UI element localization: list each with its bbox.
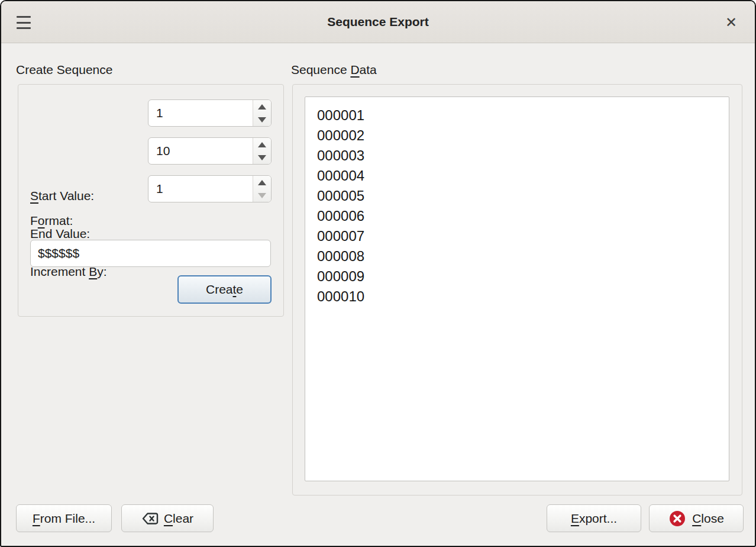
increment-by-input[interactable]: [148, 176, 253, 202]
arrow-up-icon: [258, 142, 266, 147]
label-text: rom File...: [40, 511, 95, 525]
spin-down-button[interactable]: [253, 151, 271, 164]
window-title: Sequence Export: [1, 15, 755, 29]
label-mnemonic: C: [692, 511, 701, 525]
label-mnemonic: E: [571, 511, 579, 525]
spin-up-button[interactable]: [253, 100, 271, 113]
label-mnemonic: V: [56, 227, 63, 240]
backspace-clear-icon: [141, 511, 159, 526]
label-mnemonic: C: [164, 511, 173, 525]
label-text: alue:: [63, 227, 91, 240]
arrow-up-icon: [258, 104, 266, 110]
export-button[interactable]: Export...: [547, 504, 641, 532]
label-text: ata: [360, 63, 377, 76]
start-value-input[interactable]: [148, 100, 253, 126]
format-label: Format:: [30, 214, 73, 228]
sequence-item: 000009: [317, 266, 729, 287]
sequence-data-frame: 000001 000002 000003 000004 000005 00000…: [292, 84, 742, 495]
increment-by-spinbox: [148, 175, 272, 202]
end-value-spinbox: [148, 137, 272, 165]
close-window-icon[interactable]: ✕: [722, 14, 741, 31]
label-text: lose: [701, 511, 724, 525]
end-value-label: End Value:: [30, 227, 90, 241]
format-input[interactable]: [31, 240, 270, 266]
label-text: F: [30, 214, 38, 227]
arrow-up-icon: [258, 180, 266, 185]
from-file-button[interactable]: From File...: [16, 504, 112, 532]
label-mnemonic: D: [350, 63, 359, 76]
button-label: From File...: [33, 511, 95, 526]
clear-button[interactable]: Clear: [121, 504, 214, 532]
sequence-item: 000003: [317, 146, 729, 166]
spin-buttons: [253, 138, 271, 164]
sequence-list[interactable]: 000001 000002 000003 000004 000005 00000…: [305, 96, 729, 481]
sequence-data-heading: Sequence Data: [291, 63, 377, 77]
titlebar: Sequence Export ✕: [1, 1, 755, 43]
cancel-red-icon: [668, 510, 686, 527]
arrow-down-icon: [258, 117, 266, 123]
spin-up-button[interactable]: [253, 138, 271, 151]
sequence-item: 000004: [317, 166, 729, 186]
sequence-item: 000006: [317, 206, 729, 226]
spin-down-button[interactable]: [253, 113, 271, 126]
create-sequence-frame: Start Value: End Value: Increment By:: [18, 84, 284, 317]
create-button[interactable]: Create: [177, 275, 272, 304]
button-label: Export...: [571, 511, 617, 526]
arrow-down-icon: [258, 155, 266, 160]
sequence-item: 000008: [317, 246, 729, 266]
sequence-item: 000010: [317, 287, 729, 307]
start-value-label: Start Value:: [30, 189, 94, 203]
start-value-spinbox: [148, 99, 272, 127]
button-label: Create: [206, 282, 243, 297]
sequence-item: 000007: [317, 226, 729, 246]
label-text: End: [30, 227, 56, 240]
label-mnemonic: F: [33, 511, 40, 525]
label-text: e: [236, 282, 243, 296]
label-text: rmat:: [45, 214, 73, 227]
sequence-export-dialog: Sequence Export ✕ Create Sequence Start …: [0, 0, 756, 547]
create-sequence-heading-text: Create Sequence: [16, 63, 112, 76]
button-label: Clear: [164, 511, 193, 526]
sequence-item: 000002: [317, 126, 729, 146]
end-value-input[interactable]: [148, 138, 253, 164]
label-text: tart Value:: [38, 189, 94, 202]
format-entry: [30, 240, 271, 267]
create-sequence-heading: Create Sequence: [16, 63, 112, 77]
spin-up-button[interactable]: [253, 176, 271, 189]
spin-buttons: [253, 176, 271, 202]
label-text: Sequence: [291, 63, 350, 76]
label-mnemonic: o: [38, 214, 45, 227]
arrow-down-icon: [258, 193, 266, 198]
button-label: Close: [692, 511, 724, 526]
label-text: lear: [173, 511, 193, 525]
label-mnemonic: S: [30, 189, 38, 202]
sequence-item: 000001: [317, 105, 729, 126]
close-button[interactable]: Close: [649, 504, 744, 532]
spin-buttons: [253, 100, 271, 126]
sequence-item: 000005: [317, 186, 729, 206]
spin-down-button: [253, 189, 271, 202]
label-text: xport...: [579, 511, 617, 525]
label-text: Crea: [206, 282, 233, 296]
